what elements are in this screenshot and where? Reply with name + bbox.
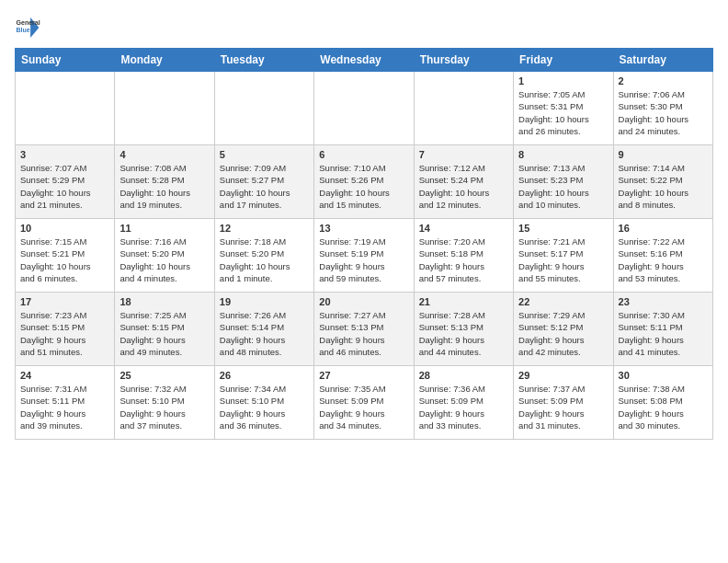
day-info: Sunrise: 7:36 AM Sunset: 5:09 PM Dayligh… bbox=[419, 383, 508, 431]
calendar-cell: 5Sunrise: 7:09 AM Sunset: 5:27 PM Daylig… bbox=[214, 145, 313, 219]
week-row-4: 17Sunrise: 7:23 AM Sunset: 5:15 PM Dayli… bbox=[16, 293, 713, 366]
calendar-cell bbox=[314, 72, 414, 145]
day-number: 24 bbox=[20, 370, 109, 381]
weekday-header-wednesday: Wednesday bbox=[314, 49, 414, 72]
calendar-cell: 15Sunrise: 7:21 AM Sunset: 5:17 PM Dayli… bbox=[514, 219, 613, 293]
day-info: Sunrise: 7:15 AM Sunset: 5:21 PM Dayligh… bbox=[20, 236, 109, 284]
calendar-cell: 3Sunrise: 7:07 AM Sunset: 5:29 PM Daylig… bbox=[16, 145, 115, 219]
day-info: Sunrise: 7:26 AM Sunset: 5:14 PM Dayligh… bbox=[220, 309, 309, 358]
day-number: 29 bbox=[518, 370, 608, 381]
day-info: Sunrise: 7:25 AM Sunset: 5:15 PM Dayligh… bbox=[119, 309, 209, 358]
calendar-cell: 18Sunrise: 7:25 AM Sunset: 5:15 PM Dayli… bbox=[115, 293, 214, 366]
day-number: 18 bbox=[119, 296, 209, 307]
day-number: 13 bbox=[319, 223, 408, 234]
day-info: Sunrise: 7:28 AM Sunset: 5:13 PM Dayligh… bbox=[419, 309, 508, 358]
calendar-cell: 11Sunrise: 7:16 AM Sunset: 5:20 PM Dayli… bbox=[115, 219, 214, 293]
day-info: Sunrise: 7:35 AM Sunset: 5:09 PM Dayligh… bbox=[319, 383, 408, 431]
day-info: Sunrise: 7:30 AM Sunset: 5:11 PM Dayligh… bbox=[619, 309, 708, 358]
day-info: Sunrise: 7:38 AM Sunset: 5:08 PM Dayligh… bbox=[619, 383, 708, 431]
page-header: General Blue bbox=[15, 15, 713, 40]
calendar-cell: 1Sunrise: 7:05 AM Sunset: 5:31 PM Daylig… bbox=[514, 72, 613, 145]
day-info: Sunrise: 7:14 AM Sunset: 5:22 PM Dayligh… bbox=[619, 162, 708, 211]
day-number: 16 bbox=[619, 223, 708, 234]
day-number: 8 bbox=[518, 149, 608, 160]
weekday-header-row: SundayMondayTuesdayWednesdayThursdayFrid… bbox=[16, 49, 713, 72]
day-number: 25 bbox=[119, 370, 209, 381]
day-info: Sunrise: 7:08 AM Sunset: 5:28 PM Dayligh… bbox=[119, 162, 209, 211]
calendar-cell bbox=[214, 72, 313, 145]
day-info: Sunrise: 7:20 AM Sunset: 5:18 PM Dayligh… bbox=[419, 236, 508, 284]
calendar-cell bbox=[16, 72, 115, 145]
day-number: 14 bbox=[419, 223, 508, 234]
calendar-cell: 9Sunrise: 7:14 AM Sunset: 5:22 PM Daylig… bbox=[613, 145, 712, 219]
day-number: 5 bbox=[220, 149, 309, 160]
day-number: 22 bbox=[518, 296, 608, 307]
calendar-cell: 8Sunrise: 7:13 AM Sunset: 5:23 PM Daylig… bbox=[514, 145, 613, 219]
logo-icon: General Blue bbox=[15, 15, 40, 40]
calendar-cell: 20Sunrise: 7:27 AM Sunset: 5:13 PM Dayli… bbox=[314, 293, 414, 366]
calendar-cell bbox=[414, 72, 513, 145]
day-number: 6 bbox=[319, 149, 408, 160]
day-number: 3 bbox=[20, 149, 109, 160]
day-info: Sunrise: 7:06 AM Sunset: 5:30 PM Dayligh… bbox=[619, 88, 708, 137]
day-info: Sunrise: 7:05 AM Sunset: 5:31 PM Dayligh… bbox=[518, 88, 608, 137]
logo: General Blue bbox=[15, 15, 40, 40]
calendar-cell: 27Sunrise: 7:35 AM Sunset: 5:09 PM Dayli… bbox=[314, 366, 414, 440]
day-number: 12 bbox=[220, 223, 309, 234]
day-number: 26 bbox=[220, 370, 309, 381]
day-info: Sunrise: 7:32 AM Sunset: 5:10 PM Dayligh… bbox=[119, 383, 209, 431]
day-number: 27 bbox=[319, 370, 408, 381]
calendar-cell: 25Sunrise: 7:32 AM Sunset: 5:10 PM Dayli… bbox=[115, 366, 214, 440]
day-info: Sunrise: 7:27 AM Sunset: 5:13 PM Dayligh… bbox=[319, 309, 408, 358]
day-number: 1 bbox=[518, 75, 608, 86]
day-info: Sunrise: 7:10 AM Sunset: 5:26 PM Dayligh… bbox=[319, 162, 408, 211]
day-info: Sunrise: 7:18 AM Sunset: 5:20 PM Dayligh… bbox=[220, 236, 309, 284]
day-number: 21 bbox=[419, 296, 508, 307]
day-info: Sunrise: 7:23 AM Sunset: 5:15 PM Dayligh… bbox=[20, 309, 109, 358]
calendar-cell: 30Sunrise: 7:38 AM Sunset: 5:08 PM Dayli… bbox=[613, 366, 712, 440]
calendar-cell: 28Sunrise: 7:36 AM Sunset: 5:09 PM Dayli… bbox=[414, 366, 513, 440]
calendar-cell: 26Sunrise: 7:34 AM Sunset: 5:10 PM Dayli… bbox=[214, 366, 313, 440]
day-info: Sunrise: 7:21 AM Sunset: 5:17 PM Dayligh… bbox=[518, 236, 608, 284]
weekday-header-thursday: Thursday bbox=[414, 49, 513, 72]
day-number: 2 bbox=[619, 75, 708, 86]
calendar-cell: 21Sunrise: 7:28 AM Sunset: 5:13 PM Dayli… bbox=[414, 293, 513, 366]
calendar-cell: 16Sunrise: 7:22 AM Sunset: 5:16 PM Dayli… bbox=[613, 219, 712, 293]
svg-text:Blue: Blue bbox=[17, 27, 30, 33]
calendar-cell: 13Sunrise: 7:19 AM Sunset: 5:19 PM Dayli… bbox=[314, 219, 414, 293]
week-row-3: 10Sunrise: 7:15 AM Sunset: 5:21 PM Dayli… bbox=[16, 219, 713, 293]
day-info: Sunrise: 7:12 AM Sunset: 5:24 PM Dayligh… bbox=[419, 162, 508, 211]
calendar-cell: 4Sunrise: 7:08 AM Sunset: 5:28 PM Daylig… bbox=[115, 145, 214, 219]
day-number: 23 bbox=[619, 296, 708, 307]
day-number: 10 bbox=[20, 223, 109, 234]
calendar-cell: 23Sunrise: 7:30 AM Sunset: 5:11 PM Dayli… bbox=[613, 293, 712, 366]
day-info: Sunrise: 7:37 AM Sunset: 5:09 PM Dayligh… bbox=[518, 383, 608, 431]
day-number: 28 bbox=[419, 370, 508, 381]
day-number: 11 bbox=[119, 223, 209, 234]
week-row-5: 24Sunrise: 7:31 AM Sunset: 5:11 PM Dayli… bbox=[16, 366, 713, 440]
day-number: 19 bbox=[220, 296, 309, 307]
day-info: Sunrise: 7:34 AM Sunset: 5:10 PM Dayligh… bbox=[220, 383, 309, 431]
weekday-header-sunday: Sunday bbox=[16, 49, 115, 72]
day-info: Sunrise: 7:09 AM Sunset: 5:27 PM Dayligh… bbox=[220, 162, 309, 211]
calendar-cell: 29Sunrise: 7:37 AM Sunset: 5:09 PM Dayli… bbox=[514, 366, 613, 440]
day-number: 9 bbox=[619, 149, 708, 160]
calendar-cell: 12Sunrise: 7:18 AM Sunset: 5:20 PM Dayli… bbox=[214, 219, 313, 293]
calendar-cell: 2Sunrise: 7:06 AM Sunset: 5:30 PM Daylig… bbox=[613, 72, 712, 145]
svg-text:General: General bbox=[17, 19, 40, 26]
day-info: Sunrise: 7:19 AM Sunset: 5:19 PM Dayligh… bbox=[319, 236, 408, 284]
calendar-cell: 19Sunrise: 7:26 AM Sunset: 5:14 PM Dayli… bbox=[214, 293, 313, 366]
day-number: 7 bbox=[419, 149, 508, 160]
weekday-header-saturday: Saturday bbox=[613, 49, 712, 72]
calendar-cell: 7Sunrise: 7:12 AM Sunset: 5:24 PM Daylig… bbox=[414, 145, 513, 219]
calendar-cell: 10Sunrise: 7:15 AM Sunset: 5:21 PM Dayli… bbox=[16, 219, 115, 293]
day-info: Sunrise: 7:07 AM Sunset: 5:29 PM Dayligh… bbox=[20, 162, 109, 211]
day-number: 30 bbox=[619, 370, 708, 381]
day-info: Sunrise: 7:16 AM Sunset: 5:20 PM Dayligh… bbox=[119, 236, 209, 284]
calendar-cell: 22Sunrise: 7:29 AM Sunset: 5:12 PM Dayli… bbox=[514, 293, 613, 366]
day-info: Sunrise: 7:31 AM Sunset: 5:11 PM Dayligh… bbox=[20, 383, 109, 431]
calendar-cell: 14Sunrise: 7:20 AM Sunset: 5:18 PM Dayli… bbox=[414, 219, 513, 293]
day-info: Sunrise: 7:13 AM Sunset: 5:23 PM Dayligh… bbox=[518, 162, 608, 211]
day-number: 4 bbox=[119, 149, 209, 160]
calendar-cell bbox=[115, 72, 214, 145]
